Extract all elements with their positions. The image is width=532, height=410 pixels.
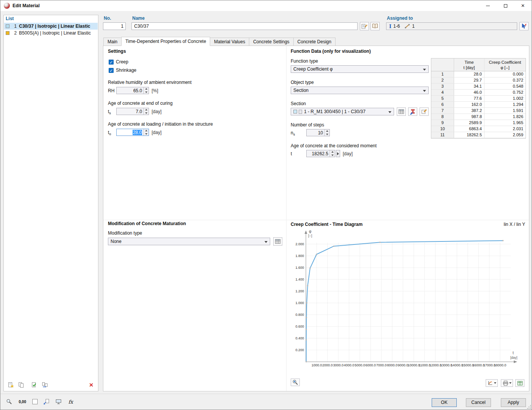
loading-symbol: to xyxy=(108,130,111,136)
find-material-button[interactable] xyxy=(4,397,14,406)
window-title: Edit Material xyxy=(13,3,40,8)
table-row[interactable]: 9 2589.9 1.965 xyxy=(431,120,526,126)
apply-button[interactable]: Apply xyxy=(501,398,526,407)
spin-down-icon xyxy=(144,132,149,136)
zoom-chart-button[interactable] xyxy=(291,378,300,386)
display-options-button[interactable] xyxy=(30,397,40,406)
list-title: List xyxy=(6,16,14,21)
material-list-item[interactable]: 1 C30/37 | Isotropic | Linear Elastic xyxy=(4,23,98,30)
assigned-members-icon xyxy=(405,24,410,29)
creep-checkbox[interactable]: ✓ Creep xyxy=(109,59,128,65)
export-chart-button[interactable] xyxy=(515,379,524,387)
close-button[interactable]: ✕ xyxy=(514,0,532,11)
section-dialog-button[interactable] xyxy=(408,107,417,116)
ok-button[interactable]: OK xyxy=(432,398,457,407)
steps-input[interactable]: 10 xyxy=(306,129,330,136)
curing-symbol: ts xyxy=(108,109,111,115)
select-objects-button[interactable]: ✗ xyxy=(519,22,529,30)
time-cell: 28.0 xyxy=(454,71,484,77)
moment-age-value: 18262.5 xyxy=(312,151,328,156)
table-row[interactable]: 1 28.0 0.000 xyxy=(431,71,526,77)
moment-symbol: t xyxy=(291,151,292,156)
table-row[interactable]: 11 18262.5 2.059 xyxy=(431,132,526,138)
section-library-button[interactable] xyxy=(397,107,406,116)
table-row[interactable]: 4 46.0 0.752 xyxy=(431,90,526,96)
shrinkage-checkbox[interactable]: ✓ Shrinkage xyxy=(109,68,136,73)
copy-icon xyxy=(18,382,24,388)
time-cell: 34.1 xyxy=(454,84,484,89)
tab[interactable]: Concrete Design xyxy=(293,38,336,46)
moment-spinner[interactable] xyxy=(329,150,335,157)
loading-spinner[interactable] xyxy=(143,129,149,136)
moment-next-step-button[interactable] xyxy=(336,150,340,157)
svg-text:10000.0: 10000.0 xyxy=(408,363,420,367)
creep-time-chart[interactable]: 1000.02000.03000.04000.05000.06000.07000… xyxy=(289,227,529,376)
tab[interactable]: Time-Dependent Properties of Concrete xyxy=(121,37,210,46)
material-sphere-icon xyxy=(4,3,10,9)
function-type-select[interactable]: Creep Coefficient φ xyxy=(291,65,429,73)
table-row[interactable]: 5 77.6 1.002 xyxy=(431,96,526,102)
curing-spinner[interactable] xyxy=(143,108,149,115)
tab[interactable]: Material Values xyxy=(210,38,249,46)
creep-cell: 2.059 xyxy=(484,132,526,138)
creep-cell: 1.591 xyxy=(484,108,526,114)
modification-type-select[interactable]: None xyxy=(108,238,270,245)
loading-age-input[interactable]: 28.0 xyxy=(116,129,149,136)
tab-label: Material Values xyxy=(214,39,245,44)
delete-material-button[interactable]: ✕ xyxy=(87,381,96,389)
display-on-model-button[interactable] xyxy=(54,397,63,406)
minimize-button[interactable] xyxy=(479,0,497,11)
tab-content-panel: Settings ✓ Creep ✓ Shrinkage Relative hu… xyxy=(103,46,529,391)
creep-column-header: Creep Coefficientφ [--] xyxy=(484,58,526,71)
cancel-button[interactable]: Cancel xyxy=(466,398,491,407)
spin-up-icon xyxy=(144,129,149,132)
decimal-places-button[interactable]: 0,00 xyxy=(16,397,28,406)
edit-section-button[interactable] xyxy=(420,107,429,116)
steps-value: 10 xyxy=(318,130,323,136)
comment-button[interactable] xyxy=(41,397,51,406)
tab-bar: Main Time-Dependent Properties of Concre… xyxy=(104,37,336,46)
humidity-input[interactable]: 65.0 xyxy=(116,87,149,94)
name-label: Name xyxy=(132,16,145,21)
table-row[interactable]: 2 29.7 0.372 xyxy=(431,77,526,84)
monitor-icon xyxy=(55,399,62,405)
copy-material-button[interactable] xyxy=(17,381,26,389)
table-row[interactable]: 10 6863.4 2.031 xyxy=(431,126,526,132)
fx-icon: fx xyxy=(68,399,73,405)
name-field[interactable]: C30/37 xyxy=(131,22,358,30)
material-library-button[interactable] xyxy=(370,22,380,30)
modification-library-button[interactable] xyxy=(273,237,282,246)
spin-up-icon xyxy=(144,108,149,112)
row-number-cell: 3 xyxy=(431,84,454,89)
table-row[interactable]: 6 162.0 1.294 xyxy=(431,102,526,108)
rename-material-button[interactable] xyxy=(360,22,369,30)
table-row[interactable]: 8 987.8 1.826 xyxy=(431,114,526,120)
transfer-material-button[interactable] xyxy=(40,381,49,389)
svg-text:0.200: 0.200 xyxy=(295,348,304,352)
resize-grip[interactable] xyxy=(526,404,531,409)
tab-label: Time-Dependent Properties of Concrete xyxy=(125,39,206,44)
table-row[interactable]: 7 387.2 1.591 xyxy=(431,108,526,114)
spin-down-icon xyxy=(144,91,149,94)
moment-age-label: Age of concrete at the considered moment xyxy=(291,143,377,148)
table-row[interactable]: 3 34.1 0.548 xyxy=(431,84,526,90)
steps-spinner[interactable] xyxy=(324,129,329,136)
print-chart-button[interactable] xyxy=(501,379,513,387)
accept-material-button[interactable] xyxy=(30,381,39,389)
tab[interactable]: Main xyxy=(103,38,122,46)
tab[interactable]: Concrete Settings xyxy=(249,38,293,46)
row-number-cell: 1 xyxy=(431,71,454,77)
object-type-select[interactable]: Section xyxy=(291,87,429,94)
moment-age-input[interactable]: 18262.5 xyxy=(306,150,335,157)
curing-age-input[interactable]: 7.0 xyxy=(116,108,149,115)
section-select[interactable]: 1 - R_M1 300/450 | 1 - C30/37 xyxy=(291,108,394,115)
chart-settings-button[interactable] xyxy=(486,379,498,387)
checkbox-checked-icon: ✓ xyxy=(109,68,114,73)
new-material-button[interactable] xyxy=(6,381,15,389)
material-list-item[interactable]: 2 B500S(A) | Isotropic | Linear Elastic xyxy=(4,30,98,36)
formula-button[interactable]: fx xyxy=(66,397,76,406)
row-number-cell: 5 xyxy=(431,96,454,101)
section-separator xyxy=(103,220,529,220)
maximize-button[interactable] xyxy=(497,0,514,11)
humidity-spinner[interactable] xyxy=(143,87,149,94)
